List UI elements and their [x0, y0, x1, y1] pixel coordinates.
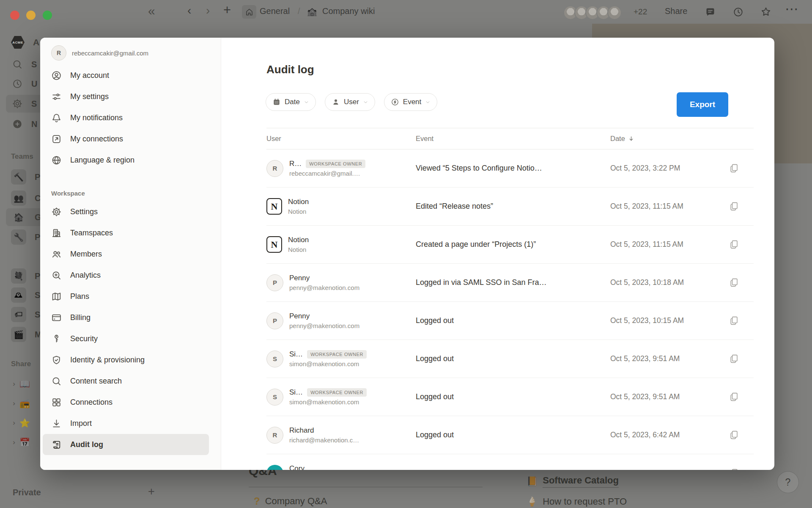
shared-page[interactable]: ›📖: [8, 375, 30, 392]
table-row[interactable]: N Notion Notion Edited “Release notes” O…: [266, 188, 754, 226]
copy-icon[interactable]: [729, 468, 754, 470]
page-link-request-pto[interactable]: 🍦 How to request PTO: [527, 496, 627, 507]
breadcrumb-page[interactable]: Company wiki: [322, 6, 375, 16]
sidebar-item-search[interactable]: S: [12, 56, 37, 73]
copy-icon[interactable]: [729, 392, 754, 402]
user-filter-chip[interactable]: User: [325, 93, 375, 111]
copy-icon[interactable]: [729, 430, 754, 440]
sidebar-item-label: N: [31, 119, 37, 129]
shared-page[interactable]: ›📻: [8, 395, 30, 412]
breadcrumb-home[interactable]: General: [260, 6, 290, 16]
date-filter-chip[interactable]: Date: [266, 93, 316, 111]
sidebar-item-settings[interactable]: S: [12, 95, 37, 112]
table-row[interactable]: S Si…WORKSPACE OWNER simon@makenotion.co…: [266, 378, 754, 416]
page-link-software-catalog[interactable]: 📙 Software Catalog: [527, 475, 619, 488]
sidebar-item-import[interactable]: Import: [40, 413, 221, 434]
zoom-window-button[interactable]: [43, 11, 52, 20]
help-button[interactable]: ?: [777, 471, 799, 493]
export-button[interactable]: Export: [677, 92, 728, 117]
table-row[interactable]: C Cory Logged in on mac-desktop via SAM……: [266, 454, 754, 470]
back-icon[interactable]: ‹: [187, 4, 191, 17]
collapse-sidebar-icon[interactable]: «: [148, 4, 155, 18]
copy-icon[interactable]: [729, 353, 754, 364]
workspace-switcher[interactable]: ACME A: [11, 34, 39, 51]
sidebar-teamspace[interactable]: 🏠G: [11, 209, 41, 226]
sidebar-item-identity-provisioning[interactable]: Identity & provisioning: [40, 349, 221, 370]
column-header-event[interactable]: Event: [416, 135, 610, 143]
teamspace-label: P: [35, 232, 40, 242]
chevron-right-icon[interactable]: ›: [8, 380, 19, 388]
table-header: User Event Date: [266, 128, 754, 149]
sidebar-teamspace[interactable]: 💐P: [11, 268, 40, 284]
more-options-icon[interactable]: ⋯: [785, 1, 799, 17]
teamspace-label: S: [35, 290, 40, 300]
sidebar-item-label: Import: [70, 419, 92, 428]
sidebar-item-members[interactable]: Members: [40, 243, 221, 265]
history-clock-icon[interactable]: [732, 6, 744, 19]
sidebar-teamspace[interactable]: 🔨P: [11, 168, 40, 185]
share-button[interactable]: Share: [665, 6, 687, 16]
sidebar-item-language-region[interactable]: Language & region: [40, 149, 221, 171]
table-row[interactable]: R Richard richard@makenotion.c… Logged o…: [266, 416, 754, 454]
shared-page[interactable]: ›📅: [8, 434, 30, 451]
event-text: Logged in on mac-desktop via SAM…: [416, 469, 610, 470]
page-link-company-qa[interactable]: ? Company Q&A: [254, 495, 327, 507]
home-icon[interactable]: [242, 5, 256, 19]
sidebar-teamspace[interactable]: 🔧P: [11, 229, 40, 246]
teamspace-label: P: [35, 172, 40, 182]
table-row[interactable]: S Si…WORKSPACE OWNER simon@makenotion.co…: [266, 340, 754, 378]
sidebar-item-my-notifications[interactable]: My notifications: [40, 107, 221, 128]
sidebar-item-analytics[interactable]: Analytics: [40, 265, 221, 286]
sidebar-item-settings[interactable]: Settings: [40, 201, 221, 222]
forward-icon[interactable]: ›: [206, 4, 210, 17]
filter-label: User: [344, 98, 359, 106]
table-row[interactable]: N Notion Notion Created a page under “Pr…: [266, 226, 754, 264]
copy-icon[interactable]: [729, 201, 754, 212]
column-header-user[interactable]: User: [266, 135, 416, 143]
sidebar-teamspace[interactable]: 👥C: [11, 190, 41, 207]
sidebar-item-billing[interactable]: Billing: [40, 307, 221, 328]
sidebar-item-my-connections[interactable]: My connections: [40, 128, 221, 149]
page-emoji-icon: 📖: [19, 379, 30, 389]
new-page-icon[interactable]: +: [223, 3, 231, 18]
column-header-date[interactable]: Date: [610, 135, 729, 143]
sidebar-item-updates[interactable]: U: [12, 75, 37, 92]
workspace-name: A: [33, 37, 39, 47]
minimize-window-button[interactable]: [26, 11, 36, 20]
sidebar-item-label: My connections: [70, 135, 123, 144]
chevron-right-icon[interactable]: ›: [8, 419, 19, 427]
copy-icon[interactable]: [729, 315, 754, 326]
table-row[interactable]: P Penny penny@makenotion.com Logged out …: [266, 302, 754, 340]
close-window-button[interactable]: [10, 11, 19, 20]
sidebar-item-content-search[interactable]: Content search: [40, 370, 221, 392]
sidebar-item-my-settings[interactable]: My settings: [40, 86, 221, 107]
copy-icon[interactable]: [729, 277, 754, 288]
event-filter-chip[interactable]: Event: [384, 93, 437, 111]
favorite-star-icon[interactable]: [760, 6, 772, 19]
avatar-overflow-count: +22: [634, 7, 647, 17]
chevron-right-icon[interactable]: ›: [8, 399, 19, 408]
table-row[interactable]: P Penny penny@makenotion.com Logged in v…: [266, 264, 754, 302]
add-private-page-icon[interactable]: +: [148, 485, 155, 498]
sidebar-item-new-page[interactable]: N: [12, 116, 37, 133]
copy-icon[interactable]: [729, 163, 754, 174]
chevron-right-icon[interactable]: ›: [8, 438, 19, 447]
calendar-icon: [272, 98, 281, 106]
sidebar-item-teamspaces[interactable]: Teamspaces: [40, 222, 221, 243]
user-email: penny@makenotion.com: [289, 284, 359, 292]
sidebar-item-audit-log[interactable]: Audit log: [43, 434, 209, 455]
sidebar-item-security[interactable]: Security: [40, 328, 221, 349]
avatar: R: [266, 427, 283, 444]
sidebar-item-plans[interactable]: Plans: [40, 286, 221, 307]
sidebar-teamspace[interactable]: 🕰S: [11, 287, 40, 304]
shared-page[interactable]: ›⭐: [8, 414, 30, 431]
sidebar-item-label: Connections: [70, 398, 112, 407]
comments-icon[interactable]: [705, 6, 716, 19]
table-row[interactable]: R R…WORKSPACE OWNER rebeccamcakir@gmail.…: [266, 149, 754, 188]
sidebar-item-connections[interactable]: Connections: [40, 392, 221, 413]
sidebar-item-my-account[interactable]: My account: [40, 65, 221, 86]
copy-icon[interactable]: [729, 239, 754, 250]
sidebar-teamspace[interactable]: 🎬M: [11, 326, 42, 343]
user-name: Si…: [289, 388, 303, 397]
sidebar-teamspace[interactable]: 🏷S: [11, 306, 40, 323]
